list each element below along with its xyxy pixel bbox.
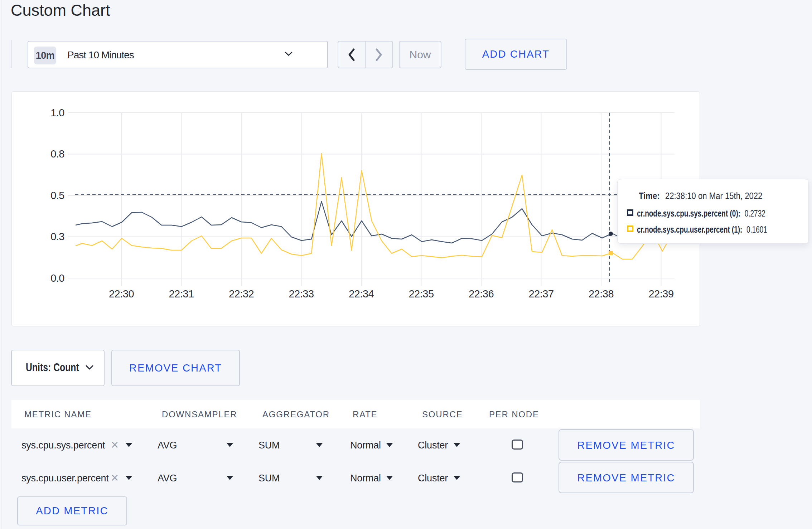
svg-text:22:36: 22:36: [469, 288, 494, 300]
svg-text:0.0: 0.0: [50, 272, 64, 284]
svg-text:22:34: 22:34: [349, 288, 374, 300]
svg-text:0.8: 0.8: [50, 148, 64, 160]
svg-text:22:32: 22:32: [229, 288, 254, 300]
svg-text:22:37: 22:37: [528, 288, 554, 300]
svg-text:22:38: 22:38: [589, 288, 614, 300]
svg-text:22:30: 22:30: [109, 288, 134, 300]
svg-text:22:35: 22:35: [409, 288, 434, 300]
svg-text:0.3: 0.3: [50, 231, 64, 242]
svg-text:1.0: 1.0: [50, 107, 64, 118]
svg-text:22:33: 22:33: [289, 288, 314, 300]
svg-text:0.5: 0.5: [50, 190, 64, 201]
svg-text:22:31: 22:31: [169, 288, 194, 300]
svg-text:22:39: 22:39: [648, 288, 673, 300]
